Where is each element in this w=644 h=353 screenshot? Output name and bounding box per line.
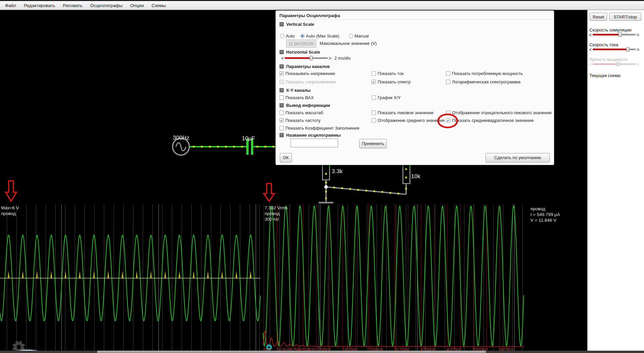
slider-track[interactable] — [593, 32, 636, 37]
checkbox-show-negative-peak[interactable]: Отображение отрицательного пикового знач… — [446, 110, 552, 115]
slider-track[interactable] — [285, 56, 328, 60]
radio-label: Auto (Max Scale) — [306, 33, 339, 39]
max-value-field[interactable] — [286, 40, 316, 48]
hover-component-info: провод I = 549.799 µA V = 11.846 V — [530, 206, 560, 223]
checkbox-box[interactable] — [279, 111, 284, 115]
menu-item-circuits[interactable]: Схемы — [151, 3, 166, 8]
right-scope-info: 7.332 Vrms провод 300 Hz — [265, 205, 288, 222]
radio-auto[interactable]: Auto — [280, 33, 295, 39]
checkbox-box[interactable]: ✔ — [279, 118, 284, 123]
slider-left-arrow[interactable]: < — [588, 47, 593, 52]
right-sidebar: Reset START/stop Скорость симуляции < > … — [587, 10, 644, 351]
checkbox-box[interactable] — [446, 80, 450, 84]
checkbox-show-current[interactable]: Показать ток — [372, 71, 404, 76]
radio-dot[interactable] — [280, 34, 284, 38]
radio-auto-max-scale[interactable]: Auto (Max Scale) — [300, 33, 339, 39]
checkbox-label: Показать сопротивление — [285, 79, 336, 84]
checkbox-box[interactable] — [372, 95, 376, 100]
checkbox-show-frequency[interactable]: ✔Показать частоту — [279, 118, 321, 123]
power-brightness-label: Яркость мощности — [589, 57, 628, 62]
checkbox-show-duty-cycle[interactable]: Показать Коэффициент Заполнения — [279, 125, 359, 131]
slider-right-arrow[interactable]: > — [636, 32, 640, 38]
make-default-button[interactable]: Сделать по умолчанию — [486, 153, 550, 162]
slider-line — [593, 63, 636, 65]
radio-dot[interactable] — [300, 34, 305, 38]
checkbox-show-power[interactable]: Показать потребляемую мощность — [446, 71, 523, 76]
menu-item-options[interactable]: Опции — [130, 3, 144, 8]
checkbox-box[interactable] — [372, 118, 376, 123]
checkbox-show-scale[interactable]: Показать масштаб — [279, 110, 323, 115]
current-speed-slider[interactable]: < > — [588, 47, 640, 52]
red-circle-annotation — [437, 114, 458, 128]
collapse-icon[interactable]: - — [279, 103, 284, 108]
checkbox-show-spectrum[interactable]: ✔Показать спектр — [372, 79, 411, 84]
left-scope-name: провод — [1, 211, 19, 216]
radio-manual[interactable]: Manual — [349, 33, 369, 39]
checkbox-label: Логарифмическая спектрограмма — [452, 79, 521, 84]
horizontal-scale-slider[interactable]: < > 2 ms/div — [280, 55, 350, 61]
capacitor-label[interactable]: 10µF — [242, 135, 255, 142]
channels-checkbox-grid: ✔Показывать напряжениеПоказать токПоказа… — [279, 71, 550, 87]
slider-left-arrow[interactable]: < — [280, 55, 285, 61]
left-scope-info: Max=6 V провод — [1, 205, 19, 216]
menu-item-scopes[interactable]: Осциллографы — [90, 3, 123, 8]
section-title: X-Y каналы — [286, 88, 311, 93]
checkbox-label: Показать частоту — [285, 118, 321, 123]
apply-button[interactable]: Применить — [359, 139, 387, 148]
collapse-icon[interactable]: - — [279, 50, 284, 54]
checkbox-show-resistance[interactable]: Показать сопротивление — [279, 79, 336, 84]
checkbox-log-spectrogram[interactable]: Логарифмическая спектрограмма — [446, 79, 521, 84]
slider-right-arrow[interactable]: > — [636, 47, 640, 52]
radio-dot[interactable] — [349, 34, 353, 38]
slider-left-arrow: < — [588, 61, 593, 67]
menu-item-file[interactable]: Файл — [5, 3, 16, 8]
checkbox-box[interactable] — [279, 126, 284, 130]
collapse-icon[interactable]: - — [279, 22, 284, 26]
slider-thumb[interactable] — [310, 56, 313, 60]
checkbox-box[interactable]: ✔ — [372, 80, 376, 84]
resistor1-label[interactable]: 3.3k — [332, 168, 342, 175]
checkbox-box[interactable]: ✔ — [279, 71, 284, 76]
checkbox-box[interactable] — [279, 80, 284, 84]
slider-right-arrow[interactable]: > — [328, 55, 332, 61]
collapse-icon[interactable]: - — [279, 64, 284, 69]
checkbox-show-rms[interactable]: ✔Показать среднеквадратичное значение — [446, 118, 534, 123]
checkbox-show-average[interactable]: Отображение среднего значения — [372, 118, 445, 123]
sim-speed-label: Скорость симуляции — [589, 27, 631, 32]
hover-current: I = 549.799 µA — [530, 212, 560, 217]
checkbox-box[interactable] — [372, 71, 376, 76]
section-title: Vertical Scale — [286, 22, 314, 27]
collapse-icon[interactable]: - — [279, 88, 284, 92]
bottom-scrollbar[interactable] — [0, 351, 644, 353]
ac-source-label[interactable]: 300Hz — [173, 135, 189, 141]
checkbox-box[interactable] — [446, 71, 450, 76]
reset-button[interactable]: Reset — [590, 13, 607, 21]
checkbox-label: Показать потребляемую мощность — [452, 71, 523, 76]
checkbox-box[interactable] — [372, 111, 376, 115]
checkbox-show-voltage[interactable]: ✔Показывать напряжение — [279, 71, 335, 76]
section-horizontal-scale: - Horizontal Scale — [279, 50, 320, 55]
max-value-label: Максимальное значение (V) — [320, 40, 377, 48]
checkbox-label: Показать масштаб — [285, 110, 323, 115]
menu-item-draw[interactable]: Рисовать — [63, 3, 82, 8]
slider-track[interactable] — [593, 47, 636, 52]
checkbox-label: Показать среднеквадратичное значение — [452, 118, 534, 123]
scrollbar-thumb[interactable] — [97, 351, 486, 353]
collapse-icon[interactable]: - — [279, 133, 284, 137]
scope-name-input[interactable] — [291, 139, 338, 147]
sim-speed-slider[interactable]: < > — [588, 32, 640, 37]
ok-button[interactable]: ОК — [280, 153, 292, 162]
checkbox-show-vi-curve[interactable]: Показать ВАХ — [279, 95, 314, 100]
slider-left-arrow[interactable]: < — [588, 32, 593, 38]
start-stop-button[interactable]: START/stop — [609, 13, 641, 21]
slider-thumb[interactable] — [619, 32, 622, 37]
checkbox-plot-xy[interactable]: График X/Y — [372, 95, 401, 100]
checkbox-show-peak-value[interactable]: Показать пиковое значение — [372, 110, 434, 115]
right-scope-name: провод — [265, 211, 288, 216]
resistor2-label[interactable]: 10k — [411, 173, 420, 180]
menu-item-edit[interactable]: Редактировать — [24, 3, 55, 8]
hover-voltage: V = 11.846 V — [530, 217, 560, 223]
checkbox-box[interactable] — [279, 95, 284, 100]
checkbox-label: Отображение отрицательного пикового знач… — [452, 110, 552, 115]
slider-thumb[interactable] — [626, 47, 629, 52]
